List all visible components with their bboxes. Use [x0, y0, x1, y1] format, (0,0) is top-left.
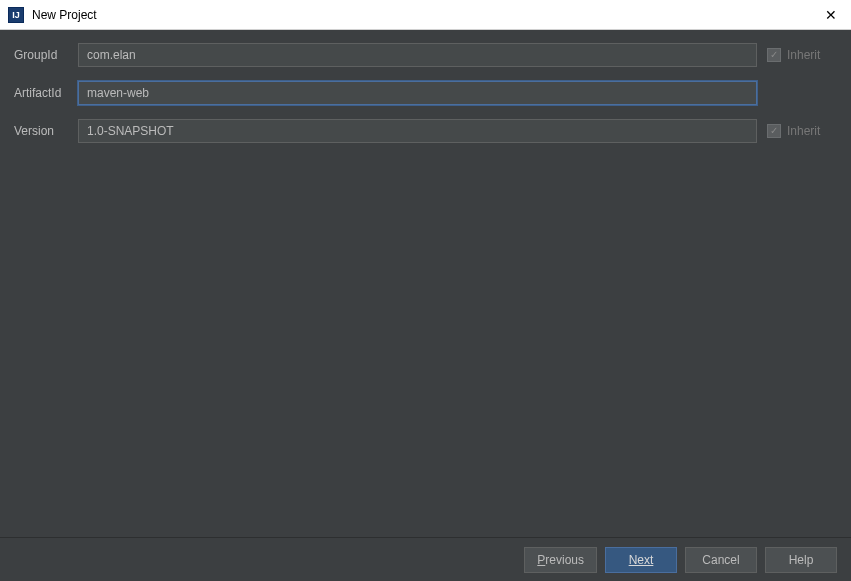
input-groupid[interactable] — [78, 43, 757, 67]
inherit-version[interactable]: ✓ Inherit — [767, 124, 837, 138]
button-bar: Previous Next Cancel Help — [0, 537, 851, 581]
inherit-groupid[interactable]: ✓ Inherit — [767, 48, 837, 62]
label-groupid: GroupId — [14, 48, 78, 62]
previous-button[interactable]: Previous — [524, 547, 597, 573]
row-groupid: GroupId ✓ Inherit — [14, 42, 837, 68]
row-artifactid: ArtifactId x — [14, 80, 837, 106]
label-artifactid: ArtifactId — [14, 86, 78, 100]
inherit-label: Inherit — [787, 124, 820, 138]
help-button[interactable]: Help — [765, 547, 837, 573]
label-version: Version — [14, 124, 78, 138]
input-artifactid[interactable] — [78, 81, 757, 105]
checkbox-icon: ✓ — [767, 48, 781, 62]
titlebar: IJ New Project ✕ — [0, 0, 851, 30]
input-version[interactable] — [78, 119, 757, 143]
cancel-button[interactable]: Cancel — [685, 547, 757, 573]
app-icon: IJ — [8, 7, 24, 23]
row-version: Version ✓ Inherit — [14, 118, 837, 144]
next-button[interactable]: Next — [605, 547, 677, 573]
form-content: GroupId ✓ Inherit ArtifactId x Version ✓… — [0, 30, 851, 168]
close-icon[interactable]: ✕ — [811, 0, 851, 30]
window-title: New Project — [32, 8, 811, 22]
checkbox-icon: ✓ — [767, 124, 781, 138]
inherit-label: Inherit — [787, 48, 820, 62]
